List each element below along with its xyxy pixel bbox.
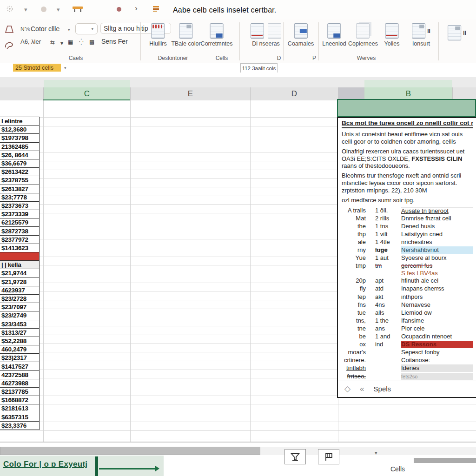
list-item[interactable]: Yue 1 aut Syoesre al bourx	[342, 254, 473, 262]
list-item[interactable]: tue alls Liemiod ow	[342, 309, 473, 317]
list-item[interactable]: frrtseo, fets2so	[342, 373, 473, 381]
style-combo-value[interactable]: Cotor cllle	[31, 25, 60, 33]
fill-icon[interactable]: ▦	[68, 39, 73, 45]
data-cell[interactable]: $23/7097	[0, 303, 39, 311]
chevron-down-icon[interactable]: ▾	[375, 450, 377, 456]
ribbon-button-tbaie-color[interactable]: TBaie color	[171, 23, 200, 47]
list-item[interactable]: tns, 1 the Ifansime	[342, 317, 473, 325]
data-cell[interactable]	[0, 252, 39, 261]
list-item[interactable]: Mat 2 rills Dnmrise fhzrat cell	[342, 215, 473, 223]
data-cell[interactable]: 62125579	[0, 218, 39, 227]
list-item[interactable]: A tralls 1 ôll. Ausate tn tineroot	[342, 207, 473, 215]
data-cell[interactable]: 21362485	[0, 143, 39, 151]
list-item[interactable]: tmp tm gercoml fus S fes LBV4as	[342, 262, 473, 277]
column-header-b[interactable]: B	[364, 87, 452, 100]
ribbon-button-corretmntes[interactable]: Corretmntes	[201, 23, 233, 47]
sens-fer-label[interactable]: Sens Fer	[101, 38, 128, 45]
data-cell[interactable]: $12,3680	[0, 126, 39, 134]
data-cell[interactable]: 460,2479	[0, 345, 39, 354]
data-cell[interactable]: $1973798	[0, 134, 39, 142]
list-item[interactable]: the 1 tns Dened husis	[342, 223, 473, 231]
ribbon-button-copiernees[interactable]: Copiernees	[348, 23, 378, 47]
list-item[interactable]: moar's Sepesct fonby	[342, 349, 473, 357]
data-cell[interactable]: $2872738	[0, 227, 39, 235]
data-cell[interactable]: $21,9744	[0, 269, 39, 278]
list-item[interactable]: rny luge Nershahbvriot	[342, 246, 473, 254]
column-header-c[interactable]: C	[43, 87, 130, 100]
data-cell[interactable]: $2377972	[0, 236, 39, 244]
data-cell[interactable]: $6357315	[0, 413, 39, 422]
data-cell[interactable]: $1413623	[0, 244, 39, 252]
data-cell[interactable]: $2613827	[0, 185, 39, 193]
chevron-down-icon[interactable]: ▾	[60, 40, 63, 46]
filter-button[interactable]	[284, 449, 306, 464]
list-item[interactable]: fly atd Inapans cherrss	[342, 285, 473, 293]
save-icon[interactable]	[73, 6, 83, 13]
add-icon[interactable]: ⁛	[79, 39, 84, 45]
settings-gear-icon[interactable]	[6, 5, 14, 13]
sort-icon[interactable]: ▩	[89, 39, 94, 45]
data-cell[interactable]: 46273988	[0, 379, 39, 388]
data-cell[interactable]: 42372588	[0, 371, 39, 379]
scroll-fragment[interactable]	[414, 458, 476, 463]
list-item[interactable]: 20p apt hfinuth ale cel	[342, 277, 473, 285]
chevron-down-icon[interactable]: ▾	[64, 66, 66, 70]
list-item[interactable]: ox ind DS Ressons	[342, 341, 473, 349]
ribbon-button-ionsurt[interactable]: II Ionsurt	[412, 23, 430, 47]
data-cell[interactable]: 4623937	[0, 286, 39, 295]
list-item[interactable]: fep akt inthpors	[342, 293, 473, 301]
data-cell[interactable]: $52,2288	[0, 337, 39, 345]
flag-button[interactable]	[318, 449, 339, 464]
data-cell[interactable]: $26, 8644	[0, 151, 39, 159]
redo-circle-icon[interactable]	[40, 6, 47, 13]
number-format-icon[interactable]: N⅚	[20, 26, 30, 33]
list-item[interactable]: crtinere. Coitanose:	[342, 357, 473, 364]
column-header-d[interactable]: D	[250, 87, 338, 100]
list-item[interactable]: thp 1 vilt Laitsityyin cned	[342, 231, 473, 238]
data-cell[interactable]: $1668872	[0, 396, 39, 404]
data-cell[interactable]: $1313/27	[0, 329, 39, 337]
data-cell[interactable]: $23;7778	[0, 193, 39, 202]
list-item[interactable]: fns 4ns Nernavese	[342, 301, 473, 309]
chevron-right-icon[interactable]: ›	[135, 4, 138, 13]
data-cell[interactable]: $1417527	[0, 362, 39, 370]
empty-combo[interactable]: ▾	[75, 23, 98, 34]
data-cell[interactable]: $23/2728	[0, 295, 39, 303]
data-cell[interactable]: $23)2317	[0, 354, 39, 362]
ribbon-button-di-nseeras[interactable]: Di nseeras	[251, 23, 281, 47]
ribbon-button-yolies[interactable]: Yolies	[384, 23, 400, 47]
data-cell[interactable]: $23,3376	[0, 422, 39, 430]
data-cell[interactable]: $2373673	[0, 202, 39, 210]
back-chevrons-icon[interactable]: «	[360, 384, 364, 394]
selected-cell-b[interactable]	[337, 99, 476, 117]
reference-box[interactable]: 112 3aalit cols	[240, 63, 278, 73]
column-header-right-stub[interactable]	[452, 87, 476, 100]
data-cell[interactable]: I elintre	[0, 117, 39, 126]
list-icon[interactable]	[152, 5, 160, 13]
diamond-icon[interactable]: ◇	[344, 384, 350, 394]
list-item[interactable]: tne ans Plor cele	[342, 325, 473, 333]
data-cell[interactable]: $2181613	[0, 404, 39, 413]
list-item[interactable]: be 1 and Ocupacdin ntenoet	[342, 333, 473, 341]
data-cell[interactable]: $23/2749	[0, 311, 39, 320]
data-cell[interactable]: $2137785	[0, 388, 39, 396]
data-cell[interactable]: | | kella	[0, 261, 39, 269]
list-item[interactable]: tintlabh Idenes	[342, 364, 473, 372]
ribbon-button-columns[interactable]: II	[448, 25, 466, 40]
shape-trapezoid-icon[interactable]	[4, 24, 15, 36]
font-style-label[interactable]: A6, λler	[20, 38, 41, 45]
data-cell[interactable]: $23/3453	[0, 320, 39, 329]
dropdown-caret-icon[interactable]: ▾	[57, 7, 60, 13]
name-box[interactable]: 25 Stnotd cells	[13, 64, 61, 72]
sheet-tab[interactable]: Colo For | o ɒ Exyeutj	[3, 460, 87, 469]
swap-arrows-icon[interactable]: ⇆	[50, 39, 55, 46]
data-cell[interactable]: $21,9728	[0, 278, 39, 286]
lasso-icon[interactable]	[4, 40, 15, 52]
data-cell[interactable]: $36,6679	[0, 159, 39, 168]
ribbon-button-hiullirs[interactable]: Hiullirs	[149, 23, 167, 47]
data-cell[interactable]: $2373339	[0, 210, 39, 218]
chevron-down-icon[interactable]: ▾	[68, 27, 70, 32]
chevron-down-icon[interactable]: ▾	[91, 26, 93, 31]
column-header-e[interactable]: E	[130, 87, 250, 100]
ribbon-button-coamales[interactable]: Coamales	[288, 23, 314, 47]
